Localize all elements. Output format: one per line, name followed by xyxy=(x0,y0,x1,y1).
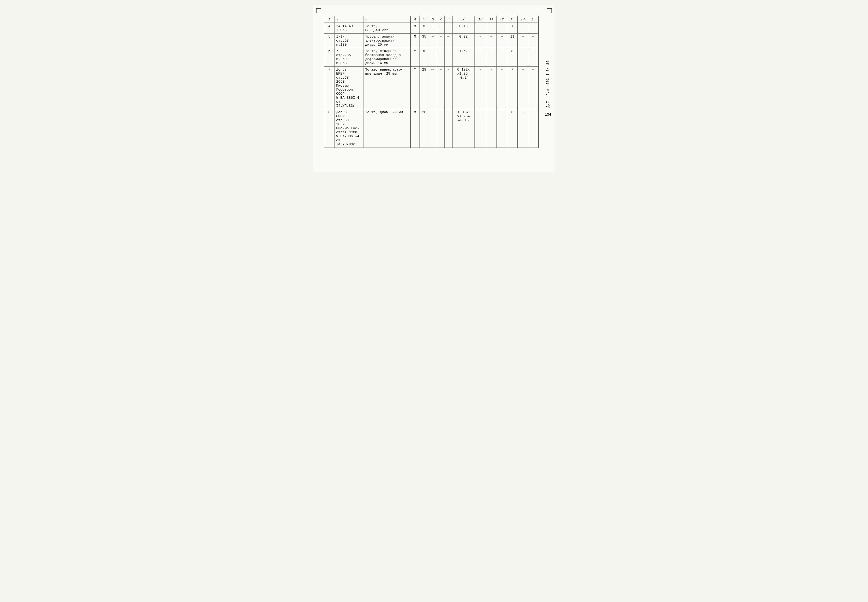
cell-row3-col4: " xyxy=(410,48,420,66)
cell-row1-col12: — xyxy=(497,23,507,34)
corner-bracket-tl xyxy=(316,8,321,13)
header-col1: I xyxy=(324,16,334,23)
cell-row5-col5: 26 xyxy=(420,109,429,148)
cell-row4-col8: – xyxy=(445,66,452,109)
cell-row3-col1: 6 xyxy=(324,48,334,66)
header-col14: I4 xyxy=(517,16,528,23)
cell-row3-col8: — xyxy=(445,48,452,66)
cell-row4-col15: — xyxy=(528,66,538,109)
cell-row2-col10: – xyxy=(474,34,486,48)
cell-row1-col2: 24-I4-49I-053 xyxy=(334,23,363,34)
header-col8: 8 xyxy=(445,16,452,23)
cell-row1-col11: — xyxy=(486,23,497,34)
table-row: 6"стр.285п.269п.353То же, стальнаябесшов… xyxy=(324,48,538,66)
header-col9: 9 xyxy=(452,16,475,23)
header-col2: 2 xyxy=(334,16,363,23)
cell-row4-col4: " xyxy=(410,66,420,109)
cell-row5-col11: — xyxy=(486,109,497,148)
cell-row4-col14: — xyxy=(517,66,528,109)
cell-row2-col3: Труба стальнаяэлектросварнаядиам. 25 мм xyxy=(363,34,410,48)
cell-row5-col9: 0,13xxI,25==0,16 xyxy=(452,109,475,148)
cell-row1-col9: 0,18 xyxy=(452,23,475,34)
page-number: 134 xyxy=(545,113,551,117)
header-col13: I3 xyxy=(507,16,518,23)
document-section: Д.7 xyxy=(546,101,550,108)
cell-row5-col3: То же, диам. 20 мм xyxy=(363,109,410,148)
cell-row3-col6: — xyxy=(429,48,437,66)
cell-row1-col6: — xyxy=(429,23,437,34)
cell-row4-col3: То же, винипласто-вые диам. 25 мм xyxy=(363,66,410,109)
cell-row4-col2: Доп.8ЕРЕРстр.682653ПисьмоГосстрояСССР№ В… xyxy=(334,66,363,109)
cell-row5-col14: — xyxy=(517,109,528,148)
cell-row3-col2: "стр.285п.269п.353 xyxy=(334,48,363,66)
header-col4: 4 xyxy=(410,16,420,23)
cell-row1-col3: То же,РЗ-Ц-ХП-22У xyxy=(363,23,410,34)
cell-row4-col5: 28 xyxy=(420,66,429,109)
cell-row2-col15: — xyxy=(528,34,538,48)
page: Г.п. 503-4-34.85 Д.7 134 I 2 3 4 5 6 7 8… xyxy=(313,5,555,172)
header-col11: II xyxy=(486,16,497,23)
header-col6: 6 xyxy=(429,16,437,23)
cell-row2-col9: 0,32 xyxy=(452,34,475,48)
cell-row2-col14: — xyxy=(517,34,528,48)
table-header-row: I 2 3 4 5 6 7 8 9 IO II I2 I3 I4 I5 xyxy=(324,16,538,23)
cell-row4-col12: – xyxy=(497,66,507,109)
cell-row3-col11: — xyxy=(486,48,497,66)
cell-row5-col4: М xyxy=(410,109,420,148)
cell-row5-col10: – xyxy=(474,109,486,148)
cell-row2-col2: I-I-стр.68п.130 xyxy=(334,34,363,48)
cell-row3-col5: 5 xyxy=(420,48,429,66)
document-id: Г.п. 503-4-34.85 xyxy=(546,60,550,95)
cell-row1-col1: 4 xyxy=(324,23,334,34)
table-row: 424-I4-49I-053То же,РЗ-Ц-ХП-22УМ5———0,18… xyxy=(324,23,538,34)
cell-row1-col5: 5 xyxy=(420,23,429,34)
right-sidebar: Г.п. 503-4-34.85 Д.7 134 xyxy=(541,5,555,172)
cell-row3-col12: — xyxy=(497,48,507,66)
header-col10: IO xyxy=(474,16,486,23)
cell-row5-col2: Доп.8ЕРЕРстр.682652Письмо Гос-строя СССР… xyxy=(334,109,363,148)
cell-row3-col13: 8 xyxy=(507,48,518,66)
cell-row5-col15: — xyxy=(528,109,538,148)
header-col15: I5 xyxy=(528,16,538,23)
cell-row4-col1: 7 xyxy=(324,66,334,109)
table-row: 8Доп.8ЕРЕРстр.682652Письмо Гос-строя ССС… xyxy=(324,109,538,148)
cell-row4-col9: 0,192xxI,25==0,24 xyxy=(452,66,475,109)
cell-row5-col7: – xyxy=(437,109,445,148)
cell-row2-col7: — xyxy=(437,34,445,48)
cell-row2-col11: — xyxy=(486,34,497,48)
cell-row1-col8: — xyxy=(445,23,452,34)
cell-row3-col9: I,62 xyxy=(452,48,475,66)
cell-row4-col11: – xyxy=(486,66,497,109)
header-col12: I2 xyxy=(497,16,507,23)
cell-row1-col15 xyxy=(528,23,538,34)
cell-row1-col14 xyxy=(517,23,528,34)
cell-row2-col5: 35 xyxy=(420,34,429,48)
cell-row3-col14: — xyxy=(517,48,528,66)
cell-row3-col7: — xyxy=(437,48,445,66)
cell-row1-col10: – xyxy=(474,23,486,34)
table-row: 7Доп.8ЕРЕРстр.682653ПисьмоГосстрояСССР№ … xyxy=(324,66,538,109)
cell-row5-col13: 6 xyxy=(507,109,518,148)
cell-row4-col6: –- xyxy=(429,66,437,109)
table-row: 5I-I-стр.68п.130Труба стальнаяэлектросва… xyxy=(324,34,538,48)
cell-row2-col1: 5 xyxy=(324,34,334,48)
cell-row5-col8: – xyxy=(445,109,452,148)
cell-row1-col7: — xyxy=(437,23,445,34)
cell-row4-col10: – xyxy=(474,66,486,109)
cell-row2-col13: II xyxy=(507,34,518,48)
cell-row3-col15: — xyxy=(528,48,538,66)
cell-row4-col13: 7 xyxy=(507,66,518,109)
cell-row3-col3: То же, стальнаябесшовная холодно-деформи… xyxy=(363,48,410,66)
cell-row1-col13: I xyxy=(507,23,518,34)
header-col7: 7 xyxy=(437,16,445,23)
cell-row2-col8: — xyxy=(445,34,452,48)
header-col5: 5 xyxy=(420,16,429,23)
cell-row2-col6: — xyxy=(429,34,437,48)
cell-row5-col12: – xyxy=(497,109,507,148)
main-table: I 2 3 4 5 6 7 8 9 IO II I2 I3 I4 I5 424-… xyxy=(324,16,538,148)
cell-row3-col10: – xyxy=(474,48,486,66)
cell-row1-col4: М xyxy=(410,23,420,34)
cell-row4-col7: — xyxy=(437,66,445,109)
cell-row2-col4: М xyxy=(410,34,420,48)
header-col3: 3 xyxy=(363,16,410,23)
